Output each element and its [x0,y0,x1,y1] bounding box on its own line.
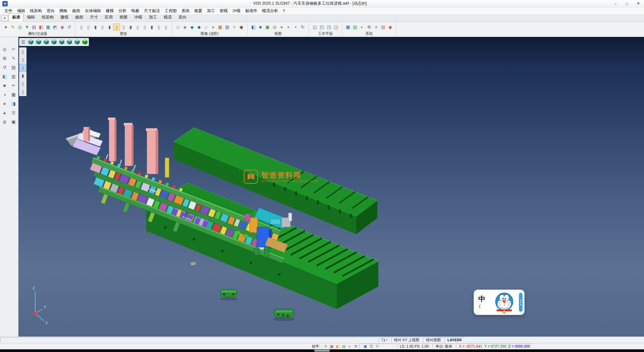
tab-wireframe[interactable]: 线架构 [38,13,57,21]
workplane-view-indicator[interactable]: 绝对 XY 上视图 [391,337,423,343]
hidden-line-icon[interactable]: ◈ [181,24,189,31]
close-button[interactable]: ✕ [633,0,644,7]
snap-toggle-icon[interactable]: # [323,344,329,349]
layer-filter-icon[interactable]: ▤ [31,24,38,31]
background-icon[interactable]: ▧ [224,24,231,31]
ime-status-widget[interactable]: 中 ☾ [474,290,525,315]
sidebar-table-icon[interactable]: ▦ [10,91,17,98]
refresh-icon[interactable]: ↻ [374,344,380,349]
pill-points-icon[interactable]: ▯ [19,48,26,55]
sidebar-arrow-icon[interactable]: ▲ [1,109,8,116]
show-solids-icon[interactable]: ▯ [99,24,106,31]
tab-dropdown-button[interactable]: ▼ [1,15,8,21]
zoom-fit-icon[interactable]: ◎ [271,24,278,31]
pan-view-icon[interactable]: + [292,24,299,31]
menu-standard-parts[interactable]: 标准件 [243,7,260,14]
workplane-yz-icon[interactable]: ◳ [325,24,332,31]
shaded-mode-icon[interactable]: ▯ [113,24,120,31]
ime-language-button[interactable]: 中 [478,295,485,303]
minimize-button[interactable]: – [610,0,621,7]
sidebar-print-icon[interactable]: ▣ [10,118,17,125]
workplane-xz-icon[interactable]: ◰ [318,24,325,31]
wireframe-render-icon[interactable]: ◇ [174,24,181,31]
show-wireframe-icon[interactable]: ▮ [106,24,113,31]
tab-moldflow[interactable]: 模流 [160,13,175,21]
shaded-render-icon[interactable]: ◆ [189,24,196,31]
menu-help[interactable]: ? [280,8,287,14]
view-cube-front-icon[interactable] [35,38,42,46]
maximize-button[interactable]: □ [621,0,633,7]
sidebar-target-icon[interactable]: ◍ [1,118,8,125]
system-info-icon[interactable]: ◉ [387,24,394,31]
taskbar-handle[interactable] [314,350,330,352]
sidebar-trim-icon[interactable]: ✂ [10,45,17,53]
assist-gear-icon[interactable]: ⚙ [353,344,359,349]
show-points-icon[interactable]: ▯ [78,24,85,31]
color-filter-icon[interactable]: ◧ [38,24,45,31]
tab-machining[interactable]: 加工 [146,13,160,21]
shaded-sphere-icon[interactable]: ● [278,24,285,31]
sidebar-sheet-icon[interactable]: ▥ [10,73,17,80]
sidebar-point-icon[interactable]: ● [1,100,8,107]
menu-machining[interactable]: 加工 [205,7,217,14]
tab-application[interactable]: 应用 [101,13,116,21]
sidebar-list-icon[interactable]: ☰ [10,109,17,116]
lighting-icon[interactable]: ☀ [231,24,238,31]
magnet-snap-icon[interactable]: ◉ [59,24,66,31]
table-view-icon[interactable]: ▤ [380,24,387,31]
pill-shaded-icon[interactable]: ▯ [19,64,26,72]
tab-molding[interactable]: 塑膜 [116,13,131,21]
menu-mold[interactable]: 塑模 [217,7,230,14]
show-dimensions-icon[interactable]: ▯ [134,24,141,31]
sidebar-solid-icon[interactable]: ■ [1,82,8,89]
sidebar-undo-icon[interactable]: ↺ [1,63,8,71]
show-edges-icon[interactable]: ▯ [120,24,127,31]
view-cube-left-icon[interactable] [58,38,65,46]
absolute-view-indicator[interactable]: 绝对视图 [423,337,444,343]
active-layer-indicator[interactable]: LAYER0 [444,337,465,343]
material-icon[interactable]: ● [210,24,217,31]
layer-manager-icon[interactable]: ▦ [344,24,352,31]
windows-taskbar-strip[interactable] [0,349,644,352]
show-axes-icon[interactable]: ▮ [127,24,134,31]
menu-window[interactable]: 视窗 [192,7,205,14]
command-list-icon[interactable]: ☰ [368,344,374,349]
transparency-icon[interactable]: ◇ [203,24,210,31]
tab-standard[interactable]: 标准 [9,13,23,21]
ime-moon-icon[interactable]: ☾ [478,304,483,309]
filter-funnel-icon[interactable]: ▼ [23,24,31,31]
type-filter-icon[interactable]: ▦ [45,24,52,31]
view-cube-shaded-icon[interactable] [81,38,89,46]
view-cube-iso-icon[interactable] [27,38,35,46]
display-mode-icon[interactable]: ◐ [347,344,353,349]
tab-edit[interactable]: 编辑 [23,13,38,21]
select-arrow-icon[interactable]: ➤ [2,24,9,31]
show-annotations-icon[interactable]: ▯ [141,24,148,31]
snapshot-icon[interactable]: ◉ [238,24,245,31]
sidebar-mirror-icon[interactable]: ◨ [10,100,17,107]
settings-gear-icon[interactable]: ⚙ [366,24,373,31]
ime-drag-handle-icon[interactable] [519,293,523,312]
workplane-xy-icon[interactable]: ◱ [311,24,318,31]
tab-dimension[interactable]: 尺寸 [87,13,101,21]
show-surfaces-icon[interactable]: ▮ [92,24,99,31]
properties-brush-icon[interactable]: ✎ [9,24,16,31]
view-cube-top-icon[interactable] [43,38,50,46]
tab-die[interactable]: 冲模 [131,13,146,21]
view-top-icon[interactable]: ■ [257,24,264,31]
pill-transparent-icon[interactable]: ▯ [19,80,26,88]
pill-hidden-icon[interactable]: ▯ [19,88,26,96]
view-cube-bottom-icon[interactable] [73,38,81,46]
world-icon[interactable]: ◐ [359,24,366,31]
sidebar-layers-icon[interactable]: ▤ [10,63,17,71]
units-indicator[interactable]: 单位: 毫米 [432,344,455,349]
view-menu-button[interactable]: ☰ [19,38,27,46]
menu-die[interactable]: 冲模 [230,7,243,14]
tab-surface[interactable]: 曲面 [72,13,87,21]
sidebar-select-icon[interactable]: ◎ [1,45,8,53]
zoom-window-icon[interactable]: ▣ [264,24,271,31]
calculator-icon[interactable]: # [373,24,380,31]
sidebar-grid-icon[interactable]: ⊞ [1,54,8,62]
tab-reverse[interactable]: 逆向 [175,13,190,21]
sidebar-sketch-icon[interactable]: ✎ [10,54,17,62]
